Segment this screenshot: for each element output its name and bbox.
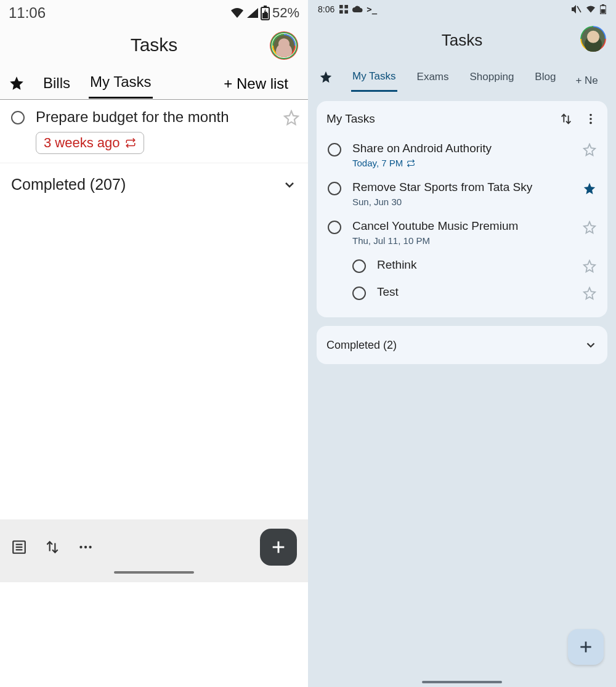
tab-my-tasks[interactable]: My Tasks	[351, 70, 397, 92]
task-row[interactable]: Remove Star Sports from Tata Sky Sun, Ju…	[326, 174, 598, 213]
task-row[interactable]: Cancel Youtube Music Premium Thu, Jul 11…	[326, 213, 598, 252]
svg-rect-18	[602, 4, 604, 6]
plus-icon	[270, 539, 287, 556]
statusbar: 8:06 >_	[308, 0, 616, 18]
task-row[interactable]: Prepare budget for the month 3 weeks ago	[0, 100, 308, 163]
task-title: Test	[377, 285, 572, 299]
terminal-icon: >_	[367, 4, 377, 14]
tab-exams[interactable]: Exams	[416, 71, 450, 91]
task-title: Cancel Youtube Music Premium	[352, 219, 572, 233]
task-row[interactable]: Share on Android Authority Today, 7 PM	[326, 136, 598, 174]
task-checkbox[interactable]	[11, 111, 25, 124]
status-time: 11:06	[9, 4, 46, 22]
wifi-icon	[585, 5, 596, 14]
page-title: Tasks	[131, 35, 178, 55]
task-subtitle: Today, 7 PM	[352, 158, 572, 168]
battery-charging-icon	[261, 6, 270, 20]
account-avatar[interactable]	[271, 33, 297, 59]
svg-point-7	[79, 546, 82, 548]
battery-percent: 52%	[272, 5, 299, 21]
chevron-down-icon	[584, 338, 598, 352]
svg-point-9	[89, 546, 91, 548]
task-title: Rethink	[377, 258, 572, 272]
star-button[interactable]	[583, 143, 596, 157]
starred-tab[interactable]	[9, 75, 25, 91]
svg-point-21	[590, 118, 592, 120]
card-title: My Tasks	[326, 112, 375, 126]
svg-rect-12	[339, 5, 343, 9]
task-checkbox[interactable]	[328, 182, 341, 195]
add-task-fab[interactable]	[260, 529, 297, 566]
app-bar: Tasks	[308, 18, 616, 62]
slack-icon	[339, 5, 348, 14]
list-view-icon[interactable]	[11, 539, 27, 555]
tasks-card: My Tasks Share on Android Authority Toda…	[317, 101, 607, 317]
chevron-down-icon	[282, 177, 297, 192]
svg-point-22	[590, 122, 592, 124]
repeat-icon	[125, 137, 136, 148]
subtask-row[interactable]: Test	[326, 279, 598, 306]
tab-shopping[interactable]: Shopping	[469, 71, 516, 91]
task-title: Share on Android Authority	[352, 142, 572, 155]
account-avatar[interactable]	[580, 26, 606, 52]
cloud-icon	[352, 6, 363, 13]
status-time: 8:06	[318, 4, 334, 14]
svg-rect-1	[264, 6, 267, 7]
task-checkbox[interactable]	[328, 221, 341, 234]
bottom-bar	[0, 519, 308, 575]
task-checkbox[interactable]	[352, 287, 366, 300]
battery-icon	[600, 4, 606, 14]
svg-rect-14	[339, 10, 343, 14]
statusbar: 11:06 52%	[0, 0, 308, 23]
page-title: Tasks	[442, 31, 482, 50]
svg-point-20	[590, 114, 592, 116]
svg-rect-15	[345, 10, 349, 14]
task-title: Prepare budget for the month	[36, 108, 272, 126]
svg-rect-13	[345, 5, 349, 9]
more-icon[interactable]	[584, 112, 598, 126]
starred-tab[interactable]	[319, 70, 333, 84]
subtask-row[interactable]: Rethink	[326, 252, 598, 279]
add-task-fab[interactable]	[568, 629, 604, 665]
star-button[interactable]	[583, 287, 596, 300]
tab-my-tasks[interactable]: My Tasks	[89, 73, 153, 99]
status-icons: 52%	[230, 5, 299, 21]
tab-blog[interactable]: Blog	[533, 71, 557, 91]
star-button[interactable]	[583, 259, 596, 273]
svg-rect-19	[601, 9, 606, 14]
cell-signal-icon	[246, 7, 259, 19]
app-bar: Tasks	[0, 23, 308, 67]
completed-section[interactable]: Completed (2)	[317, 326, 607, 364]
task-checkbox[interactable]	[352, 259, 366, 273]
star-button[interactable]	[583, 221, 596, 234]
wifi-icon	[230, 7, 245, 19]
tabs-row: My Tasks Exams Shopping Blog + Ne	[308, 62, 616, 92]
tab-bills[interactable]: Bills	[42, 75, 71, 98]
repeat-icon	[407, 159, 415, 168]
task-date-chip[interactable]: 3 weeks ago	[36, 132, 144, 154]
nav-handle[interactable]	[114, 571, 194, 574]
more-icon[interactable]	[78, 539, 94, 555]
sort-icon[interactable]	[559, 112, 573, 126]
task-checkbox[interactable]	[328, 143, 341, 157]
star-button[interactable]	[283, 110, 299, 126]
nav-handle[interactable]	[422, 681, 502, 683]
tabs-row: Bills My Tasks + New list	[0, 67, 308, 100]
star-button[interactable]	[583, 182, 596, 195]
new-list-button[interactable]: + New list	[224, 75, 299, 97]
svg-line-16	[577, 6, 581, 12]
task-subtitle: Sun, Jun 30	[352, 197, 572, 207]
plus-icon	[578, 639, 594, 655]
new-list-button[interactable]: + Ne	[575, 75, 598, 87]
mute-icon	[570, 4, 582, 14]
svg-point-8	[84, 546, 87, 548]
task-subtitle: Thu, Jul 11, 10 PM	[352, 235, 572, 246]
completed-section[interactable]: Completed (207)	[0, 163, 308, 206]
sort-icon[interactable]	[44, 539, 60, 555]
task-title: Remove Star Sports from Tata Sky	[352, 181, 572, 194]
